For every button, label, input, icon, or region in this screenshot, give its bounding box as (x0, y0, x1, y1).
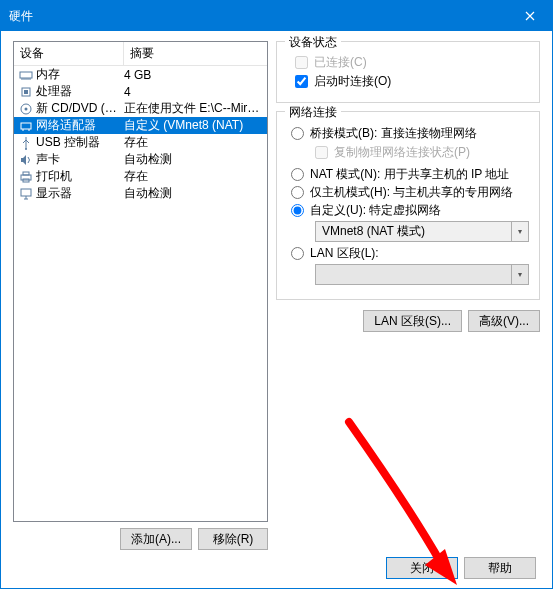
svg-rect-8 (23, 172, 29, 175)
bridged-radio[interactable] (291, 127, 304, 140)
display-icon (18, 186, 34, 202)
device-row[interactable]: 处理器4 (14, 83, 267, 100)
connect-start-row[interactable]: 启动时连接(O) (295, 73, 529, 90)
title-bar: 硬件 (1, 1, 552, 31)
close-window-button[interactable] (507, 1, 552, 31)
device-name: 内存 (36, 66, 124, 83)
lan-segments-button[interactable]: LAN 区段(S)... (363, 310, 462, 332)
hostonly-label[interactable]: 仅主机模式(H): 与主机共享的专用网络 (310, 185, 513, 199)
device-row[interactable]: 显示器自动检测 (14, 185, 267, 202)
hostonly-radio[interactable] (291, 186, 304, 199)
custom-row[interactable]: 自定义(U): 特定虚拟网络 (291, 203, 529, 217)
lan-radio[interactable] (291, 247, 304, 260)
svg-rect-5 (21, 123, 31, 129)
close-button[interactable]: 关闭 (386, 557, 458, 579)
connect-start-label[interactable]: 启动时连接(O) (314, 73, 391, 90)
svg-rect-0 (20, 72, 32, 78)
nat-radio[interactable] (291, 168, 304, 181)
device-value: 自动检测 (124, 185, 267, 202)
memory-icon (18, 67, 34, 83)
disc-icon (18, 101, 34, 117)
chevron-down-icon: ▾ (511, 265, 528, 284)
hostonly-row[interactable]: 仅主机模式(H): 与主机共享的专用网络 (291, 185, 529, 199)
sound-icon (18, 152, 34, 168)
device-value: 4 GB (124, 68, 267, 82)
device-name: 显示器 (36, 185, 124, 202)
nat-label[interactable]: NAT 模式(N): 用于共享主机的 IP 地址 (310, 167, 509, 181)
device-value: 正在使用文件 E:\C--Mirror im... (124, 100, 267, 117)
connected-row: 已连接(C) (295, 54, 529, 71)
custom-radio[interactable] (291, 204, 304, 217)
cpu-icon (18, 84, 34, 100)
device-row[interactable]: 声卡自动检测 (14, 151, 267, 168)
device-row[interactable]: 内存4 GB (14, 66, 267, 83)
device-value: 自动检测 (124, 151, 267, 168)
replicate-row: 复制物理网络连接状态(P) (315, 144, 529, 161)
device-row[interactable]: 新 CD/DVD (SATA)正在使用文件 E:\C--Mirror im... (14, 100, 267, 117)
custom-network-select[interactable]: VMnet8 (NAT 模式) ▾ (315, 221, 529, 242)
replicate-label: 复制物理网络连接状态(P) (334, 144, 470, 161)
bridged-label[interactable]: 桥接模式(B): 直接连接物理网络 (310, 126, 477, 140)
device-list[interactable]: 设备 摘要 内存4 GB处理器4新 CD/DVD (SATA)正在使用文件 E:… (13, 41, 268, 522)
connected-label: 已连接(C) (314, 54, 367, 71)
network-connection-group: 网络连接 桥接模式(B): 直接连接物理网络 复制物理网络连接状态(P) NAT… (276, 111, 540, 300)
connect-start-checkbox[interactable] (295, 75, 308, 88)
connected-checkbox (295, 56, 308, 69)
svg-point-6 (25, 148, 27, 150)
help-button[interactable]: 帮助 (464, 557, 536, 579)
device-value: 自定义 (VMnet8 (NAT) (124, 117, 267, 134)
window-title: 硬件 (9, 8, 33, 25)
device-name: 打印机 (36, 168, 124, 185)
printer-icon (18, 169, 34, 185)
chevron-down-icon: ▾ (511, 222, 528, 241)
advanced-button[interactable]: 高级(V)... (468, 310, 540, 332)
svg-point-4 (25, 107, 28, 110)
device-value: 4 (124, 85, 267, 99)
device-name: USB 控制器 (36, 134, 124, 151)
device-name: 新 CD/DVD (SATA) (36, 100, 124, 117)
device-value: 存在 (124, 134, 267, 151)
device-status-legend: 设备状态 (285, 34, 341, 51)
col-summary: 摘要 (124, 42, 160, 65)
svg-rect-10 (21, 189, 31, 196)
svg-rect-2 (24, 90, 28, 94)
add-button[interactable]: 添加(A)... (120, 528, 192, 550)
nat-row[interactable]: NAT 模式(N): 用于共享主机的 IP 地址 (291, 167, 529, 181)
custom-label[interactable]: 自定义(U): 特定虚拟网络 (310, 203, 441, 217)
device-list-header: 设备 摘要 (14, 42, 267, 66)
replicate-checkbox (315, 146, 328, 159)
device-value: 存在 (124, 168, 267, 185)
device-row[interactable]: USB 控制器存在 (14, 134, 267, 151)
lan-segment-select: ▾ (315, 264, 529, 285)
lan-label[interactable]: LAN 区段(L): (310, 246, 379, 260)
net-icon (18, 118, 34, 134)
usb-icon (18, 135, 34, 151)
device-row[interactable]: 网络适配器自定义 (VMnet8 (NAT) (14, 117, 267, 134)
bridged-row[interactable]: 桥接模式(B): 直接连接物理网络 (291, 126, 529, 140)
lan-row[interactable]: LAN 区段(L): (291, 246, 529, 260)
col-device: 设备 (14, 42, 124, 65)
device-name: 处理器 (36, 83, 124, 100)
device-name: 网络适配器 (36, 117, 124, 134)
network-connection-legend: 网络连接 (285, 104, 341, 121)
device-name: 声卡 (36, 151, 124, 168)
remove-button[interactable]: 移除(R) (198, 528, 268, 550)
device-status-group: 设备状态 已连接(C) 启动时连接(O) (276, 41, 540, 103)
custom-network-value: VMnet8 (NAT 模式) (322, 223, 425, 240)
device-row[interactable]: 打印机存在 (14, 168, 267, 185)
